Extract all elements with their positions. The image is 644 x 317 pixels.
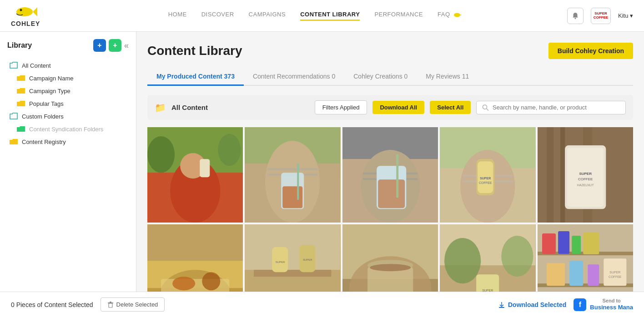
select-all-button[interactable]: Select All <box>430 101 471 114</box>
folder-yellow-icon-3 <box>16 100 25 107</box>
svg-rect-86 <box>547 263 565 286</box>
sidebar-item-campaign-name[interactable]: Campaign Name <box>5 72 131 84</box>
content-toolbar: 📁 All Content Filters Applied Download A… <box>147 95 633 120</box>
svg-rect-29 <box>378 179 405 208</box>
nav-performance[interactable]: PERFORMANCE <box>374 11 423 21</box>
content-image-4[interactable]: SUPER COFFEE <box>440 127 535 223</box>
folder-yellow-icon-4 <box>9 138 18 145</box>
all-content-title: All Content <box>171 104 309 111</box>
svg-rect-12 <box>200 159 210 177</box>
content-area: Content Library Build Cohley Creation My… <box>136 32 644 317</box>
content-image-5[interactable]: SUPER COFFEE HAZELNUT <box>538 127 633 223</box>
pieces-count: 0 Pieces of Content Selected <box>11 301 93 308</box>
download-selected-button[interactable]: Download Selected <box>498 301 566 308</box>
svg-text:SUPER: SUPER <box>579 172 592 176</box>
svg-rect-43 <box>560 127 565 223</box>
content-image-2[interactable] <box>245 127 340 223</box>
add-folder-button[interactable]: + <box>109 39 121 52</box>
logo[interactable]: COHLEY <box>11 5 40 27</box>
sidebar-item-custom-folders[interactable]: Custom Folders <box>5 110 131 123</box>
send-to-text: Send to <box>590 298 633 304</box>
send-to-business-manager-button[interactable]: f Send to Business Mana <box>574 298 633 311</box>
content-image-3-svg <box>342 127 438 223</box>
image-grid: SUPER COFFEE SUPER COFFEE <box>147 127 633 317</box>
bottom-bar: 0 Pieces of Content Selected Delete Sele… <box>0 292 644 317</box>
download-all-button[interactable]: Download All <box>372 101 424 114</box>
search-input[interactable] <box>493 104 620 111</box>
sidebar-item-label-custom-folders: Custom Folders <box>22 113 64 120</box>
svg-rect-59 <box>254 270 331 277</box>
sidebar-item-label-content-syndication: Content Syndication Folders <box>29 126 103 133</box>
send-bm-text: Business Mana <box>590 304 633 311</box>
svg-line-7 <box>487 109 488 110</box>
content-image-1-svg <box>147 127 243 223</box>
sidebar-header: Library + + « <box>5 39 131 52</box>
svg-rect-42 <box>547 127 553 223</box>
nav-content-library[interactable]: CONTENT LIBRARY <box>300 11 360 21</box>
svg-rect-84 <box>572 236 581 254</box>
bell-icon <box>571 12 579 20</box>
svg-text:COFFEE: COFFEE <box>609 276 622 279</box>
download-selected-label: Download Selected <box>508 301 566 308</box>
search-box[interactable] <box>476 101 626 114</box>
sidebar-item-label-campaign-name: Campaign Name <box>29 75 74 82</box>
search-icon <box>482 104 489 111</box>
svg-point-5 <box>574 18 576 19</box>
collapse-sidebar-button[interactable]: « <box>124 41 129 50</box>
tab-cohley-creations[interactable]: Cohley Creations 0 <box>344 68 417 86</box>
delete-selected-button[interactable]: Delete Selected <box>101 297 165 312</box>
nav-discover[interactable]: DISCOVER <box>201 11 234 21</box>
brand-logo-icon[interactable]: SUPERCOFFEE <box>591 8 611 24</box>
facebook-icon: f <box>574 298 586 311</box>
nav-faq[interactable]: FAQ <box>438 11 461 21</box>
svg-point-74 <box>501 236 533 277</box>
sidebar-title: Library <box>7 41 32 50</box>
svg-point-14 <box>218 134 241 166</box>
tab-content-recommendations[interactable]: Content Recommendations 0 <box>244 68 344 86</box>
sidebar-item-content-registry[interactable]: Content Registry <box>5 135 131 148</box>
top-navigation: COHLEY HOME DISCOVER CAMPAIGNS CONTENT L… <box>0 0 644 32</box>
sidebar-item-label-content-registry: Content Registry <box>22 139 66 145</box>
svg-marker-1 <box>33 7 37 16</box>
tab-my-produced[interactable]: My Produced Content 373 <box>147 68 244 86</box>
sidebar-item-all-content[interactable]: All Content <box>5 59 131 72</box>
filters-applied-button[interactable]: Filters Applied <box>315 100 367 114</box>
page-header: Content Library Build Cohley Creation <box>147 43 633 59</box>
notification-bell[interactable] <box>567 8 584 24</box>
svg-point-55 <box>172 277 195 291</box>
svg-point-6 <box>483 104 487 109</box>
svg-marker-4 <box>460 13 461 17</box>
sidebar-item-popular-tags[interactable]: Popular Tags <box>5 97 131 110</box>
svg-text:SUPER: SUPER <box>480 177 491 180</box>
content-image-1[interactable] <box>147 127 243 223</box>
sidebar-actions: + + « <box>93 39 129 52</box>
folder-yellow-icon-2 <box>16 87 25 94</box>
content-image-3[interactable] <box>342 127 438 223</box>
folder-green-icon <box>16 125 25 133</box>
sidebar-item-campaign-type[interactable]: Campaign Type <box>5 84 131 97</box>
content-image-5-svg: SUPER COFFEE HAZELNUT <box>538 127 633 223</box>
svg-rect-92 <box>109 303 112 307</box>
build-cohley-creation-button[interactable]: Build Cohley Creation <box>548 43 633 59</box>
nav-links: HOME DISCOVER CAMPAIGNS CONTENT LIBRARY … <box>62 11 567 21</box>
svg-text:HAZELNUT: HAZELNUT <box>577 183 594 187</box>
sidebar-item-label-popular-tags: Popular Tags <box>29 100 64 107</box>
main-layout: Library + + « All Content Campaign Name <box>0 32 644 317</box>
svg-rect-93 <box>108 302 113 303</box>
tab-my-reviews[interactable]: My Reviews 11 <box>417 68 478 86</box>
svg-rect-18 <box>267 168 317 170</box>
svg-rect-30 <box>396 154 398 198</box>
brand-name: COHLEY <box>11 20 40 27</box>
svg-point-3 <box>454 13 460 17</box>
svg-text:SUPER: SUPER <box>609 271 620 274</box>
svg-rect-85 <box>583 233 599 254</box>
folder-teal-outline-icon <box>9 113 18 120</box>
sidebar-item-content-syndication[interactable]: Content Syndication Folders <box>5 123 131 135</box>
folder-outline-icon <box>9 62 18 69</box>
nav-home[interactable]: HOME <box>168 11 187 21</box>
nav-campaigns[interactable]: CAMPAIGNS <box>249 11 286 21</box>
svg-point-2 <box>20 9 22 11</box>
content-image-4-svg: SUPER COFFEE <box>440 127 535 223</box>
user-menu[interactable]: Kitu ▾ <box>618 12 633 19</box>
add-content-button[interactable]: + <box>93 39 106 52</box>
